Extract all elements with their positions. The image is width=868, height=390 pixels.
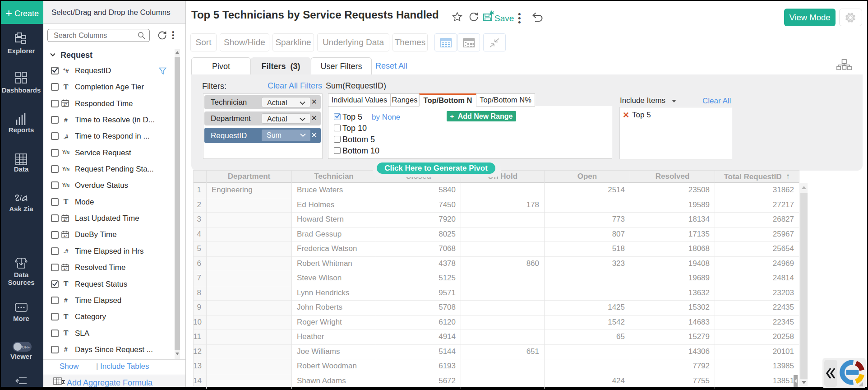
svg-text:17: 17 — [64, 267, 67, 270]
svg-text:17: 17 — [64, 218, 67, 221]
svg-text:17: 17 — [64, 234, 67, 237]
svg-text:17: 17 — [64, 103, 67, 106]
svg-text:Σ: Σ — [62, 379, 65, 385]
